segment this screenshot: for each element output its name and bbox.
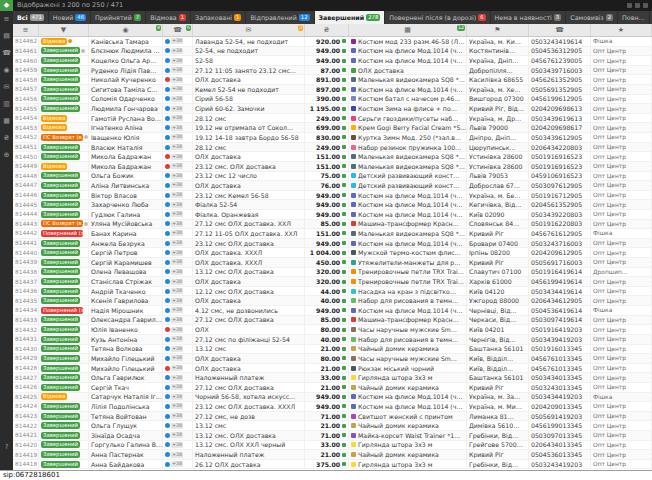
table-row[interactable]: 814441ЗавершенийАнжела Безрука+3823.12 с… <box>13 239 652 249</box>
phone-icon[interactable] <box>165 173 170 178</box>
phone-icon[interactable] <box>165 269 170 274</box>
table-row[interactable]: 814436ЗавершенийАндрій Ткаченко+3812.12 … <box>13 287 652 297</box>
table-row[interactable]: 814454ВідмоваГамотій Руслана Во…+3828.12… <box>13 114 652 124</box>
stats-icon[interactable]: ▥ <box>0 96 13 113</box>
client-name[interactable]: Кузь Антоніна <box>89 335 163 344</box>
table-row[interactable]: 814459ЗавершенийРуденко Лідія Пав…+3827.… <box>13 66 652 76</box>
table-row[interactable]: 814442Повернений (з…Банах Карина+3827.12… <box>13 229 652 239</box>
client-name[interactable]: Анжела Безрука <box>89 239 163 248</box>
phone-icon[interactable]: ☎ <box>0 45 13 62</box>
client-name[interactable]: Тетяна Волкова <box>89 345 163 354</box>
client-name[interactable]: Анна Пастернак <box>89 450 163 459</box>
phone-icon[interactable] <box>165 366 170 371</box>
phone-icon[interactable] <box>165 231 170 236</box>
client-name[interactable]: Блєзнюк Людмила … <box>89 47 163 56</box>
table-row[interactable]: 814452ПС Возврат (в…Іващенко Юлія+3819.1… <box>13 133 652 143</box>
client-name[interactable]: Ігнатенко Аліна <box>89 123 163 132</box>
client-name[interactable]: Анна Байдакова <box>89 460 163 469</box>
phone-icon[interactable] <box>165 241 170 246</box>
client-name[interactable]: Людмила Гончарова <box>89 104 163 113</box>
table-row[interactable]: 814419ЗавершенийАнна Пастернак+38Наложен… <box>13 450 652 460</box>
phone-icon[interactable] <box>165 116 170 121</box>
table-row[interactable]: 814428ЗавершенийМихайло Гілецький+38ОЛХ … <box>13 364 652 374</box>
phone-icon[interactable] <box>165 87 170 92</box>
table-row[interactable]: 814448ЗавершенийОльга Божик+3823.12 смс … <box>13 172 652 182</box>
phone-icon[interactable] <box>165 39 170 44</box>
table-row[interactable]: 814443ПС Возврат (в…Уляна Мусійовська+38… <box>13 220 652 230</box>
client-name[interactable]: Іващенко Юлія <box>89 133 163 142</box>
tab-6[interactable]: Завершений278 <box>315 11 386 24</box>
table-row[interactable]: 814424ЗавершенийЛілія Подолінська+3823.1… <box>13 402 652 412</box>
phone-icon[interactable] <box>165 452 170 457</box>
table-row[interactable]: 814432ЗавершенийЮлія Іваненко+38ОЛХ80.00… <box>13 325 652 335</box>
phone-icon[interactable] <box>165 68 170 73</box>
table-row[interactable]: 814435ЗавершенийКсенія Гаврилова+38ОЛХ д… <box>13 296 652 306</box>
client-name[interactable]: Аліна Литвинська <box>89 181 163 190</box>
menu-icon[interactable]: ≡ <box>0 11 13 28</box>
user-icon[interactable] <box>643 3 648 8</box>
client-name[interactable]: Гамотій Руслана Во… <box>89 114 163 123</box>
table-row[interactable]: 814433ЗавершенийОлександра Гаврил…+3827.… <box>13 316 652 326</box>
table-row[interactable]: 814449ВідмоваМикола Бадражан+3823.12 смс… <box>13 162 652 172</box>
client-name[interactable]: Уляна Мусійовська <box>89 220 163 229</box>
phone-icon[interactable] <box>165 202 170 207</box>
table-row[interactable]: 814446ЗавершенийВіктор Власов+3823.12 см… <box>13 191 652 201</box>
client-name[interactable]: Надія Мірошник <box>89 306 163 315</box>
client-name[interactable]: Михайло Гілецький <box>89 354 163 363</box>
phone-icon[interactable] <box>165 193 170 198</box>
bell-icon[interactable] <box>635 3 640 8</box>
client-name[interactable]: Сатарчук Наталія Іг… <box>89 393 163 402</box>
header-price-icon[interactable]: ₴ <box>305 24 349 36</box>
phone-icon[interactable] <box>165 289 170 294</box>
phone-icon[interactable] <box>165 356 170 361</box>
client-name[interactable]: Ольга Глущук <box>89 421 163 430</box>
phone-icon[interactable] <box>165 125 170 130</box>
client-name[interactable]: Горгулько Галина В… <box>89 441 163 450</box>
header-menu-icon[interactable]: ≡ <box>13 24 39 36</box>
app-logo[interactable]: ◆ <box>0 0 13 11</box>
products-icon[interactable]: ▦ <box>0 113 13 130</box>
table-row[interactable]: 814440ЗавершенийСергій Петров+38ОЛХ дост… <box>13 248 652 258</box>
client-name[interactable]: Руденко Лідія Пав… <box>89 66 163 75</box>
client-name[interactable]: Олена Леващова <box>89 268 163 277</box>
client-name[interactable]: Ксенія Гаврилова <box>89 296 163 305</box>
client-name[interactable]: Гудзюк Галина <box>89 210 163 219</box>
client-name[interactable]: Сигитова Таміла С… <box>89 85 163 94</box>
client-name[interactable]: Ольга Божик <box>89 172 163 181</box>
client-name[interactable]: Сергій Петров <box>89 248 163 257</box>
table-row[interactable]: 814425ВідмоваСатарчук Наталія Іг…+38Чорн… <box>13 393 652 403</box>
client-name[interactable]: Михайло Гілецький <box>89 364 163 373</box>
phone-icon[interactable] <box>165 96 170 101</box>
client-name[interactable]: Ольга Гаврилюк <box>89 373 163 382</box>
tab-2[interactable]: Прийнятий7 <box>91 11 146 24</box>
client-name[interactable]: Зінаїда Осадча <box>89 431 163 440</box>
client-name[interactable]: Андрій Ткаченко <box>89 287 163 296</box>
client-name[interactable]: Банах Карина <box>89 229 163 238</box>
phone-icon[interactable] <box>165 145 170 150</box>
phone-icon[interactable] <box>165 433 170 438</box>
tab-0[interactable]: Всі471 <box>13 11 49 24</box>
phone-icon[interactable] <box>165 308 170 313</box>
client-name[interactable]: Станіслав Стріжак <box>89 277 163 286</box>
client-name[interactable]: Лілія Подолінська <box>89 402 163 411</box>
table-row[interactable]: 814460ЗавершенийКоцелко Ольга Ар…+3852-5… <box>13 56 652 66</box>
phone-icon[interactable] <box>165 442 170 447</box>
table-row[interactable]: 814451ЗавершенийВласюк Наталія+3828.12 с… <box>13 143 652 153</box>
header-phone-icon[interactable]: ☎6 <box>163 24 193 36</box>
phone-icon[interactable] <box>165 346 170 351</box>
phone-icon[interactable] <box>165 375 170 380</box>
header-chat-icon[interactable]: ✉3 <box>193 24 305 36</box>
client-name[interactable]: Власюк Наталія <box>89 143 163 152</box>
table-row[interactable]: 814427ЗавершенийОльга Гаврилюк+38Наложен… <box>13 373 652 383</box>
header-telephone-icon[interactable]: ☎ <box>529 24 591 36</box>
table-row[interactable]: 814457ЗавершенийСигитова Таміла С…+38Кем… <box>13 85 652 95</box>
phone-icon[interactable] <box>165 48 170 53</box>
help-icon[interactable]: ? <box>0 439 13 456</box>
phone-icon[interactable] <box>165 154 170 159</box>
table-row[interactable]: 814453ВідмоваІгнатенко Аліна+3819.12 не … <box>13 123 652 133</box>
table-row[interactable]: 814450ЗавершенийМикола Бадражан+38ОЛХ до… <box>13 152 652 162</box>
phone-icon[interactable] <box>165 279 170 284</box>
table-row[interactable]: 814439ЗавершенийСергій Карамишев+38ОЛХ д… <box>13 258 652 268</box>
table-row[interactable]: 814455ЗавершенийЛюдмила Гончарова+38Сіри… <box>13 104 652 114</box>
table-row[interactable]: 814421ЗавершенийЗінаїда Осадча+3813.12 с… <box>13 431 652 441</box>
